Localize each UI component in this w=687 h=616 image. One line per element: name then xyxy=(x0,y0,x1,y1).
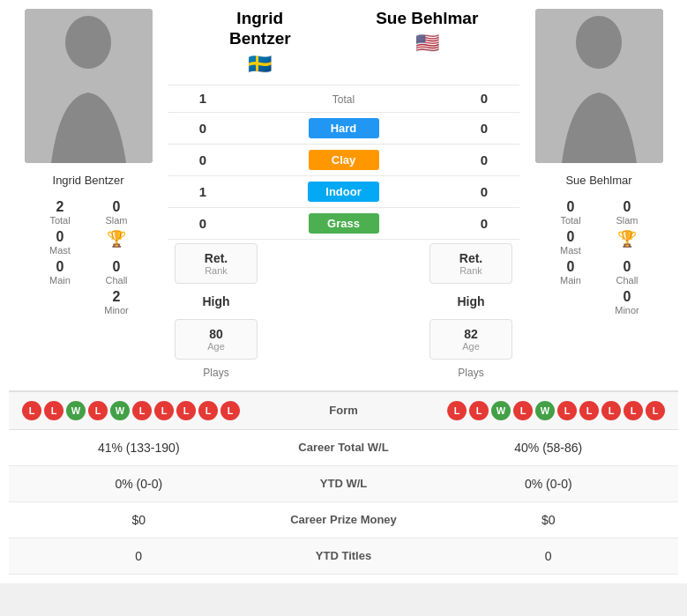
left-trophy-icon: 🏆 xyxy=(90,229,143,256)
hard-row: 0 Hard 0 xyxy=(168,113,519,145)
right-main-stat: 0 Main xyxy=(544,259,597,286)
right-rank-box: Ret. Rank xyxy=(429,243,512,284)
left-mast-stat: 0 Mast xyxy=(34,229,86,256)
form-badge: L xyxy=(469,401,489,420)
right-player-name: Sue Behlmar xyxy=(565,174,631,187)
right-rank-panel: Ret. Rank High 82 Age Plays xyxy=(422,243,519,386)
left-main-stat: 0 Main xyxy=(34,259,86,286)
left-rank-box: Ret. Rank xyxy=(175,243,258,284)
bottom-stat-row: 41% (133-190)Career Total W/L40% (58-86) xyxy=(9,430,678,466)
form-badge: W xyxy=(491,401,511,420)
form-badge: L xyxy=(447,401,467,420)
bottom-stat-row: 0YTD Titles0 xyxy=(9,538,678,575)
left-slam-stat: 0 Slam xyxy=(90,199,143,226)
form-badge: W xyxy=(110,401,130,420)
form-badge: L xyxy=(579,401,599,420)
bottom-left-val: 0 xyxy=(22,549,256,563)
bottom-right-val: 0% (0-0) xyxy=(432,477,666,491)
form-badge: L xyxy=(44,401,63,420)
form-badge: L xyxy=(513,401,533,420)
right-form-badges: LLWLWLLLLL xyxy=(379,401,666,420)
bottom-stat-row: 0% (0-0)YTD W/L0% (0-0) xyxy=(9,466,678,502)
left-player-name: Ingrid Bentzer xyxy=(53,174,124,187)
left-total-stat: 2 Total xyxy=(34,199,86,226)
right-age-box: 82 Age xyxy=(429,319,512,360)
bottom-center-label: YTD W/L xyxy=(256,477,432,490)
right-name-center: Sue Behlmar 🇺🇸 xyxy=(344,9,512,55)
bottom-center-label: YTD Titles xyxy=(256,549,432,562)
right-high: High xyxy=(429,289,512,314)
left-high: High xyxy=(175,289,258,314)
right-trophy-icon: 🏆 xyxy=(601,229,653,256)
left-player-col: Ingrid Bentzer 2 Total 0 Slam 0 Mast 🏆 xyxy=(9,9,168,315)
left-player-stats: 2 Total 0 Slam 0 Mast 🏆 0 Main xyxy=(18,199,159,315)
right-minor-stat: 0 Minor xyxy=(601,289,653,315)
form-badge: L xyxy=(624,401,643,420)
bottom-stats: 41% (133-190)Career Total W/L40% (58-86)… xyxy=(9,429,678,575)
form-badge: L xyxy=(646,401,665,420)
bottom-left-val: 41% (133-190) xyxy=(22,441,256,455)
right-mast-stat: 0 Mast xyxy=(544,229,597,256)
rank-area: Ret. Rank High 80 Age Plays Ret. xyxy=(168,243,519,386)
left-form-badges: LLWLWLLLLL xyxy=(22,401,309,420)
grass-row: 0 Grass 0 xyxy=(168,208,519,240)
clay-row: 0 Clay 0 xyxy=(168,145,519,176)
form-badge: L xyxy=(132,401,152,420)
left-minor-stat: 2 Minor xyxy=(90,289,143,315)
form-badge: W xyxy=(535,401,555,420)
left-name-center: IngridBentzer 🇸🇪 xyxy=(176,9,344,76)
left-rank-panel: Ret. Rank High 80 Age Plays xyxy=(168,243,265,386)
right-player-col: Sue Behlmar 0 Total 0 Slam 0 Mast 🏆 xyxy=(519,9,678,315)
form-badge: L xyxy=(198,401,218,420)
bottom-stat-row: $0Career Prize Money$0 xyxy=(9,502,678,538)
svg-point-1 xyxy=(65,16,111,69)
right-chall-stat: 0 Chall xyxy=(601,259,653,286)
form-badge: L xyxy=(22,401,41,420)
center-col: IngridBentzer 🇸🇪 Sue Behlmar 🇺🇸 1 Total … xyxy=(168,9,519,386)
left-age-box: 80 Age xyxy=(175,319,258,360)
form-badge: L xyxy=(601,401,621,420)
left-player-photo xyxy=(25,9,153,163)
svg-point-3 xyxy=(576,16,622,69)
bottom-right-val: 40% (58-86) xyxy=(432,441,666,455)
players-section: Ingrid Bentzer 2 Total 0 Slam 0 Mast 🏆 xyxy=(9,9,678,386)
left-plays: Plays xyxy=(175,360,258,386)
bottom-center-label: Career Total W/L xyxy=(256,441,432,454)
right-player-stats: 0 Total 0 Slam 0 Mast 🏆 0 Main xyxy=(528,199,669,315)
main-container: Ingrid Bentzer 2 Total 0 Slam 0 Mast 🏆 xyxy=(0,0,687,583)
bottom-right-val: 0 xyxy=(432,549,666,563)
form-badge: L xyxy=(176,401,196,420)
left-chall-stat: 0 Chall xyxy=(90,259,143,286)
form-badge: L xyxy=(154,401,174,420)
total-row: 1 Total 0 xyxy=(168,85,519,113)
form-badge: W xyxy=(66,401,86,420)
form-label: Form xyxy=(309,404,379,417)
bottom-right-val: $0 xyxy=(432,513,666,527)
form-section: LLWLWLLLLL Form LLWLWLLLLL xyxy=(9,390,678,429)
form-badge: L xyxy=(557,401,577,420)
right-total-stat: 0 Total xyxy=(544,199,597,226)
right-player-photo xyxy=(535,9,663,163)
form-badge: L xyxy=(88,401,108,420)
indoor-row: 1 Indoor 0 xyxy=(168,176,519,208)
form-badge: L xyxy=(220,401,240,420)
bottom-center-label: Career Prize Money xyxy=(256,513,432,526)
right-slam-stat: 0 Slam xyxy=(601,199,653,226)
bottom-left-val: $0 xyxy=(22,513,256,527)
right-plays: Plays xyxy=(429,360,512,386)
bottom-left-val: 0% (0-0) xyxy=(22,477,256,491)
